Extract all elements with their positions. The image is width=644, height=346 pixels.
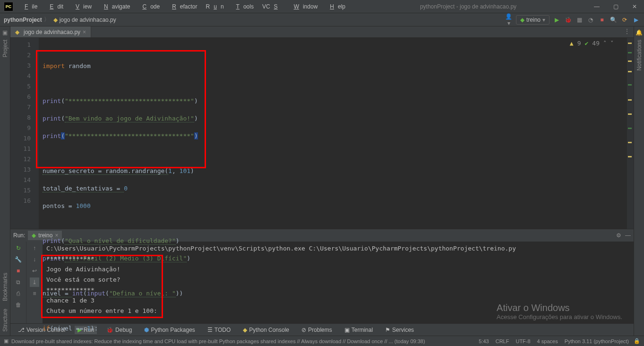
- warning-icon[interactable]: ▲: [570, 40, 574, 47]
- maximize-button[interactable]: ▢: [606, 0, 625, 13]
- editor-more-icon[interactable]: ⋮: [620, 26, 634, 37]
- update-icon[interactable]: ⟳: [620, 17, 629, 23]
- run-label: Run:: [13, 232, 25, 239]
- breadcrumb-project[interactable]: pythonProject〉: [4, 16, 52, 24]
- menu-tools[interactable]: Tools: [229, 1, 258, 12]
- menu-run[interactable]: Run: [202, 1, 228, 12]
- stop-button[interactable]: ■: [598, 17, 606, 23]
- menu-edit[interactable]: Edit: [42, 1, 67, 12]
- project-tool-label[interactable]: Project: [2, 40, 9, 57]
- editor-tabs: ◆ jogo de advinhacao.py × ⋮: [10, 26, 634, 38]
- bookmarks-tool-label[interactable]: Bookmarks: [2, 273, 9, 301]
- menu-file[interactable]: File: [17, 1, 41, 12]
- lock-icon[interactable]: 🔒: [634, 338, 640, 344]
- menu-window[interactable]: Window: [286, 1, 322, 12]
- python-file-icon: ◆: [53, 17, 58, 23]
- notifications-label[interactable]: Notifications: [636, 40, 643, 70]
- menu-navigate[interactable]: Navigate: [96, 1, 134, 12]
- window-title: pythonProject - jogo de advinhacao.py: [349, 3, 587, 10]
- navigation-bar: pythonProject〉 ◆ jogo de advinhacao.py 👤…: [0, 13, 644, 26]
- highlight-box-2: [41, 255, 163, 318]
- menu-code[interactable]: Code: [135, 1, 163, 12]
- error-stripe[interactable]: [627, 38, 634, 229]
- python-icon: ◆: [32, 232, 36, 239]
- chevron-down-icon[interactable]: ˅: [610, 40, 614, 47]
- ide-tools-icon[interactable]: ▶: [632, 17, 640, 23]
- menu-bar: File Edit View Navigate Code Refactor Ru…: [17, 1, 349, 12]
- chevron-up-icon[interactable]: ˄: [603, 40, 607, 47]
- menu-view[interactable]: View: [68, 1, 95, 12]
- menu-refactor[interactable]: Refactor: [164, 1, 201, 12]
- project-tool-icon[interactable]: ▣: [2, 29, 8, 36]
- toggle-tools-button[interactable]: 🔧: [14, 255, 23, 264]
- profile-button[interactable]: ◔: [586, 17, 595, 23]
- python-file-icon: ◆: [15, 29, 19, 35]
- menu-vcs[interactable]: VCS: [258, 1, 285, 12]
- run-toolbar-right: ↑ ↓ ↩ ⤓ ≡: [26, 242, 43, 323]
- event-log-icon[interactable]: ▣: [4, 338, 9, 344]
- structure-tool-label[interactable]: Structure: [2, 309, 9, 332]
- close-button[interactable]: ✕: [625, 0, 644, 13]
- highlight-box-1: [36, 50, 206, 168]
- ok-icon[interactable]: ✔: [585, 40, 589, 47]
- down-icon[interactable]: ↓: [30, 255, 39, 264]
- run-toolbar-left: ↻ 🔧 ■ ⧉ ⎙ 🗑: [10, 242, 26, 323]
- run-console[interactable]: C:\Users\Usuario\PycharmProjects\pythonP…: [43, 242, 634, 323]
- debug-button[interactable]: 🐞: [564, 17, 572, 23]
- search-icon[interactable]: 🔍: [609, 17, 618, 23]
- wrap-icon[interactable]: ↩: [30, 266, 39, 276]
- up-icon[interactable]: ↑: [30, 243, 39, 253]
- run-config-selector[interactable]: ◆ treino▾: [516, 15, 550, 25]
- print-button[interactable]: ⎙: [14, 289, 23, 298]
- delete-button[interactable]: 🗑: [14, 300, 23, 310]
- line-gutter: 12 34 56 78 910 1112 1314 1516: [10, 38, 39, 229]
- left-tool-stripe: ▣ Project Bookmarks Structure: [0, 26, 10, 336]
- user-icon[interactable]: 👤▾: [505, 13, 513, 26]
- right-tool-stripe: 🔔 Notifications: [634, 26, 644, 336]
- clear-icon[interactable]: ≡: [30, 289, 39, 298]
- layout-button[interactable]: ⧉: [14, 277, 23, 287]
- app-icon: PC: [4, 2, 13, 11]
- editor-tab[interactable]: ◆ jogo de advinhacao.py ×: [10, 26, 91, 37]
- code-editor[interactable]: 12 34 56 78 910 1112 1314 1516 ▲9 ✔49 ˄ …: [10, 38, 634, 229]
- run-button[interactable]: ▶: [552, 17, 561, 23]
- title-bar: PC File Edit View Navigate Code Refactor…: [0, 0, 644, 13]
- minimize-button[interactable]: —: [587, 0, 606, 13]
- scroll-end-icon[interactable]: ⤓: [30, 277, 39, 287]
- menu-help[interactable]: Help: [322, 1, 349, 12]
- rerun-button[interactable]: ↻: [14, 243, 23, 253]
- code-content[interactable]: ▲9 ✔49 ˄ ˅ import random print("********…: [39, 38, 627, 229]
- close-tab-icon[interactable]: ×: [83, 29, 86, 35]
- breadcrumb-file[interactable]: ◆ jogo de advinhacao.py: [53, 17, 116, 23]
- notifications-icon[interactable]: 🔔: [635, 29, 643, 36]
- stop-run-button[interactable]: ■: [14, 266, 23, 276]
- coverage-button[interactable]: ▦: [575, 17, 584, 23]
- python-icon: ◆: [520, 17, 524, 23]
- run-tool-window: Run: ◆ treino × ⚙ — ↻ 🔧 ■ ⧉ ⎙ 🗑: [10, 229, 634, 323]
